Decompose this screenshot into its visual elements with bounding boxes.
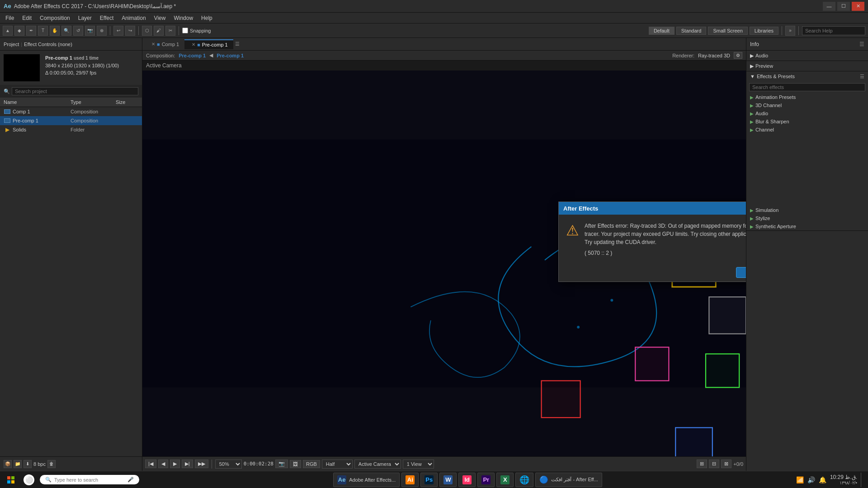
tool-text[interactable]: T (38, 26, 48, 36)
renderer-settings-btn[interactable]: ⚙ (734, 52, 742, 59)
taskbar-app-word[interactable]: W (439, 473, 457, 487)
taskbar-app-ai[interactable]: Ai (401, 473, 419, 487)
menu-window[interactable]: Window (170, 14, 197, 22)
new-comp-icon[interactable]: 📦 (4, 460, 12, 468)
effects-presets-header[interactable]: ▼ Effects & Presets ☰ (746, 71, 868, 81)
menu-effect[interactable]: Effect (96, 14, 117, 22)
taskbar-app-ps[interactable]: Ps (420, 473, 438, 487)
taskbar-app-chrome[interactable]: 🔵 آفتر افکت - After Eff... (535, 473, 602, 487)
tool-clone[interactable]: ✂ (165, 26, 175, 36)
effect-synthetic-aperture[interactable]: ▶ Synthetic Aperture (746, 222, 868, 230)
minimize-button[interactable]: — (823, 2, 835, 11)
viewer-tab-precomp1[interactable]: ✕ ■ Pre-comp 1 (184, 39, 233, 49)
tray-icon-network[interactable]: 📶 (796, 476, 804, 483)
comp1-tab-close[interactable]: ✕ (151, 42, 155, 47)
viewer-snapshot[interactable]: 📷 (275, 460, 288, 468)
menu-help[interactable]: Help (198, 14, 216, 22)
tool-paint[interactable]: 🖌 (154, 26, 164, 36)
effects-search-input[interactable] (749, 83, 865, 91)
camera-dropdown[interactable]: Active Camera (354, 460, 401, 469)
menu-composition[interactable]: Composition (36, 14, 74, 22)
tool-zoom[interactable]: 🔍 (61, 26, 71, 36)
tool-select[interactable]: ▲ (3, 26, 13, 36)
new-folder-icon[interactable]: 📁 (14, 460, 22, 468)
viewer-play[interactable]: ▶ (170, 460, 180, 468)
help-search-input[interactable] (802, 26, 865, 35)
viewer-next-frame[interactable]: ▶| (182, 460, 193, 468)
effect-simulation[interactable]: ▶ Simulation (746, 206, 868, 214)
import-icon[interactable]: ⬇ (24, 460, 32, 468)
viewer-nav-back[interactable]: ◀ (209, 52, 213, 58)
menu-view[interactable]: View (151, 14, 170, 22)
workspace-standard[interactable]: Standard (676, 27, 707, 35)
tool-camera[interactable]: 📷 (85, 26, 95, 36)
effects-menu-icon[interactable]: ☰ (860, 74, 864, 80)
viewer-ram-preview[interactable]: ▶▶ (195, 460, 208, 468)
menu-animation[interactable]: Animation (118, 14, 149, 22)
tool-rotate[interactable]: ↺ (73, 26, 83, 36)
menu-layer[interactable]: Layer (75, 14, 95, 22)
tray-icon-volume[interactable]: 🔊 (807, 476, 815, 483)
viewer-menu-icon[interactable]: ☰ (235, 41, 240, 47)
tool-undo[interactable]: ↩ (113, 26, 123, 36)
renderer-value[interactable]: Ray-traced 3D (698, 53, 730, 58)
viewer-show-channel[interactable]: RGB (303, 460, 320, 468)
search-button[interactable]: ⚪ (22, 473, 36, 487)
menu-edit[interactable]: Edit (19, 14, 35, 22)
tool-mask[interactable]: ⬡ (142, 26, 152, 36)
preview-section-header[interactable]: ▶ Preview (746, 61, 868, 71)
effect-3d-channel[interactable]: ▶ 3D Channel (746, 101, 868, 109)
audio-section-header[interactable]: ▶ Audio (746, 51, 868, 61)
taskbar-app-id[interactable]: Id (458, 473, 476, 487)
viewer-show-snapshot[interactable]: 🖼 (290, 460, 301, 468)
viewer-guide[interactable]: ⊟ (709, 460, 719, 468)
zoom-dropdown[interactable]: 50%100%25% (215, 460, 242, 469)
effect-blur-sharpen[interactable]: ▶ Blur & Sharpen (746, 117, 868, 126)
precomp1-tab-close[interactable]: ✕ (192, 42, 195, 47)
taskbar-app-excel[interactable]: X (496, 473, 514, 487)
tool-hand[interactable]: ✋ (50, 26, 60, 36)
quality-dropdown[interactable]: HalfFullQuarter (322, 460, 353, 469)
effect-stylize[interactable]: ▶ Stylize (746, 214, 868, 222)
taskbar-clock[interactable]: 10:29 ق.ظ. ۱۳۹۸/۰۲/• (830, 474, 857, 485)
viewer-prev-frame[interactable]: ◀ (158, 460, 168, 468)
viewer-grid[interactable]: ⊞ (697, 460, 707, 468)
taskbar-app-edge[interactable]: 🌐 (515, 473, 533, 487)
delete-icon[interactable]: 🗑 (47, 460, 56, 468)
close-button[interactable]: ✕ (852, 2, 864, 11)
workspace-libraries[interactable]: Libraries (750, 27, 778, 35)
project-item-comp1[interactable]: Comp 1 Composition (0, 107, 142, 116)
viewer-tab-comp1[interactable]: ✕ ■ Comp 1 (144, 40, 184, 49)
views-dropdown[interactable]: 1 View2 Views (403, 460, 434, 469)
effect-animation-presets[interactable]: ▶ Animation Presets (746, 93, 868, 101)
menu-file[interactable]: File (2, 14, 18, 22)
viewer-first-frame[interactable]: |◀ (145, 460, 156, 468)
project-search-input[interactable] (12, 87, 138, 95)
tray-icon-notification[interactable]: 🔔 (819, 476, 826, 483)
error-ok-button[interactable]: OK (736, 267, 746, 278)
start-button[interactable] (4, 473, 18, 487)
bpc-label[interactable]: 8 bpc (33, 461, 46, 467)
effect-channel[interactable]: ▶ Channel (746, 126, 868, 134)
tool-anchor[interactable]: ⊕ (97, 26, 107, 36)
taskbar-search-box[interactable]: 🔍 🎤 (40, 475, 139, 484)
snapping-checkbox[interactable] (182, 28, 188, 33)
taskbar-app-pr[interactable]: Pr (477, 473, 495, 487)
project-item-precomp1[interactable]: Pre-comp 1 Composition (0, 116, 142, 125)
maximize-button[interactable]: ☐ (837, 2, 850, 11)
info-panel-menu[interactable]: ☰ (859, 41, 864, 47)
tool-pen[interactable]: ✒ (26, 26, 36, 36)
taskbar-search-input[interactable] (54, 477, 127, 483)
taskbar-app-ae[interactable]: Ae Adobe After Effects... (333, 473, 400, 487)
workspace-overflow[interactable]: » (785, 26, 795, 36)
project-item-solids[interactable]: ▶ Solids Folder (0, 125, 142, 134)
viewer-canvas[interactable]: After Effects ⚠ After Effects error: Ray… (142, 70, 746, 456)
viewer-safe-zones[interactable]: ⊠ (721, 460, 731, 468)
tool-redo[interactable]: ↪ (125, 26, 135, 36)
tool-shape[interactable]: ◆ (14, 26, 24, 36)
workspace-small-screen[interactable]: Small Screen (708, 27, 747, 35)
workspace-default[interactable]: Default (649, 27, 675, 35)
effect-audio[interactable]: ▶ Audio (746, 109, 868, 117)
show-desktop-btn[interactable] (861, 473, 864, 487)
voice-search-icon[interactable]: 🎤 (127, 477, 134, 483)
